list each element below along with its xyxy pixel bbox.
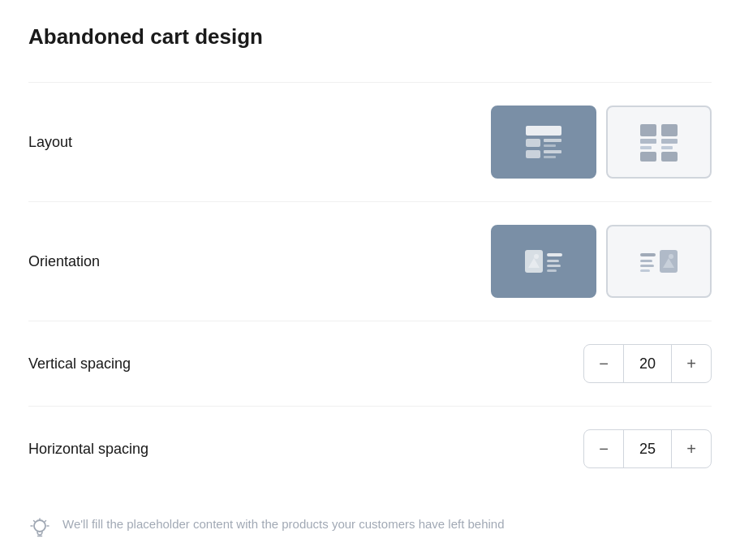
svg-rect-14 xyxy=(661,152,678,162)
svg-point-16 xyxy=(534,254,539,259)
layout-list-button[interactable] xyxy=(491,106,596,179)
svg-line-30 xyxy=(34,521,36,523)
vertical-spacing-decrement[interactable]: − xyxy=(584,344,623,383)
vertical-spacing-label: Vertical spacing xyxy=(28,355,131,373)
horizontal-spacing-stepper: − 25 + xyxy=(583,429,712,468)
svg-rect-22 xyxy=(640,260,652,262)
svg-line-31 xyxy=(45,521,46,523)
layout-label: Layout xyxy=(28,134,72,151)
vertical-spacing-value: 20 xyxy=(623,344,672,383)
layout-controls xyxy=(491,106,712,179)
orientation-label: Orientation xyxy=(28,253,100,270)
hint-row: We'll fill the placeholder content with … xyxy=(28,515,712,540)
orientation-image-left-button[interactable] xyxy=(491,225,596,298)
svg-rect-1 xyxy=(526,139,540,147)
orientation-row: Orientation xyxy=(28,201,712,321)
svg-rect-2 xyxy=(544,139,561,142)
svg-rect-21 xyxy=(640,253,656,256)
svg-rect-20 xyxy=(547,269,557,272)
layout-row: Layout xyxy=(28,82,712,201)
svg-rect-6 xyxy=(544,156,556,158)
svg-rect-13 xyxy=(640,152,656,162)
layout-grid-button[interactable] xyxy=(606,106,712,179)
svg-point-27 xyxy=(34,520,45,532)
svg-rect-0 xyxy=(526,126,561,136)
horizontal-spacing-value: 25 xyxy=(623,429,672,468)
orientation-image-right-button[interactable] xyxy=(606,225,712,298)
svg-rect-3 xyxy=(544,144,556,147)
svg-rect-10 xyxy=(661,124,678,136)
horizontal-spacing-label: Horizontal spacing xyxy=(28,441,148,458)
vertical-spacing-stepper: − 20 + xyxy=(583,344,712,383)
svg-rect-18 xyxy=(547,260,559,262)
svg-rect-17 xyxy=(547,253,562,256)
page-title: Abandoned cart design xyxy=(28,24,712,50)
svg-rect-4 xyxy=(526,150,540,158)
horizontal-spacing-row: Horizontal spacing − 25 + xyxy=(28,406,712,491)
hint-text: We'll fill the placeholder content with … xyxy=(62,515,505,534)
bulb-icon xyxy=(28,517,51,540)
svg-rect-7 xyxy=(640,124,656,136)
horizontal-spacing-decrement[interactable]: − xyxy=(584,429,623,468)
svg-rect-19 xyxy=(547,265,561,267)
svg-point-26 xyxy=(669,254,673,259)
svg-rect-5 xyxy=(544,150,561,153)
orientation-controls xyxy=(491,225,712,298)
horizontal-spacing-increment[interactable]: + xyxy=(672,429,711,468)
vertical-spacing-increment[interactable]: + xyxy=(672,344,711,383)
svg-rect-24 xyxy=(640,269,650,272)
svg-rect-9 xyxy=(640,146,652,149)
vertical-spacing-row: Vertical spacing − 20 + xyxy=(28,321,712,406)
svg-rect-12 xyxy=(661,146,673,149)
svg-rect-8 xyxy=(640,139,656,144)
svg-rect-11 xyxy=(661,139,678,144)
svg-rect-23 xyxy=(640,265,654,267)
